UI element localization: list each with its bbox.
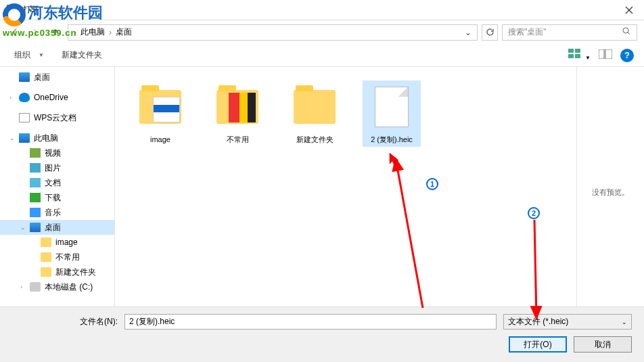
chevron-right-icon: › bbox=[74, 28, 76, 37]
disk-icon bbox=[30, 282, 41, 292]
onedrive-icon bbox=[19, 93, 30, 102]
svg-rect-5 bbox=[599, 49, 604, 59]
sidebar-item-newfolder[interactable]: 新建文件夹 bbox=[0, 265, 114, 279]
desktop-icon bbox=[19, 72, 30, 82]
annotation-marker-1: 1 bbox=[426, 178, 438, 190]
music-icon: ♪ bbox=[30, 208, 41, 217]
chevron-right-icon: › bbox=[109, 28, 112, 37]
dropdown-icon: ▼ bbox=[39, 52, 44, 58]
desktop-icon bbox=[30, 223, 41, 232]
svg-rect-3 bbox=[568, 54, 574, 58]
sidebar-item-video[interactable]: 视频 bbox=[0, 145, 114, 160]
sidebar-item-disk-c[interactable]: ›本地磁盘 (C:) bbox=[0, 279, 114, 294]
folder-icon bbox=[41, 252, 51, 262]
preview-pane: 没有预览。 bbox=[576, 67, 644, 317]
file-icon bbox=[375, 87, 409, 127]
file-item-folder[interactable]: 不常用 bbox=[208, 81, 267, 147]
toolbar: 组织 ▼ 新建文件夹 ▼ ? bbox=[0, 44, 644, 67]
svg-rect-6 bbox=[605, 49, 612, 59]
file-item-heic[interactable]: 2 (复制).heic bbox=[363, 81, 421, 147]
file-label: 新建文件夹 bbox=[296, 135, 334, 144]
folder-icon bbox=[41, 237, 51, 247]
file-grid[interactable]: image 不常用 新建文件夹 2 (复制).heic bbox=[115, 67, 576, 317]
open-button[interactable]: 打开(O) bbox=[509, 336, 567, 353]
pc-icon bbox=[19, 133, 30, 143]
svg-rect-4 bbox=[575, 54, 580, 58]
refresh-button[interactable] bbox=[482, 24, 498, 41]
sidebar-item-downloads[interactable]: 下载 bbox=[0, 190, 114, 205]
chevron-down-icon: ⌄ bbox=[9, 135, 15, 141]
annotation-marker-2: 2 bbox=[528, 207, 540, 219]
documents-icon bbox=[30, 178, 41, 187]
address-bar[interactable]: › 此电脑 › 桌面 ⌄ bbox=[68, 24, 478, 41]
sidebar-item-pictures[interactable]: 图片 bbox=[0, 160, 114, 175]
search-input[interactable]: 搜索"桌面" bbox=[502, 24, 637, 41]
forward-button[interactable] bbox=[27, 24, 43, 41]
sidebar-item-wps[interactable]: WPS云文档 bbox=[0, 110, 114, 125]
sidebar-item-onedrive[interactable]: ›OneDrive bbox=[0, 90, 114, 105]
dialog-footer: 文件名(N): 文本文件 (*.heic) ⌄ 打开(O) 取消 bbox=[0, 307, 644, 362]
download-icon bbox=[30, 193, 41, 202]
organize-menu[interactable]: 组织 bbox=[10, 47, 34, 64]
sidebar-item-pc[interactable]: ⌄此电脑 bbox=[0, 131, 114, 145]
title-bar: 打开 bbox=[0, 0, 644, 20]
chevron-right-icon: › bbox=[20, 284, 22, 290]
folder-icon bbox=[41, 267, 51, 277]
filename-input[interactable] bbox=[124, 314, 497, 330]
file-label: 不常用 bbox=[227, 135, 249, 144]
sidebar-item-documents[interactable]: 文档 bbox=[0, 175, 114, 190]
search-icon bbox=[622, 27, 631, 38]
sidebar-item-unused[interactable]: 不常用 bbox=[0, 250, 114, 265]
window-title: 打开 bbox=[23, 4, 39, 16]
sidebar-item-music[interactable]: ♪音乐 bbox=[0, 205, 114, 220]
chevron-down-icon: ⌄ bbox=[622, 319, 627, 325]
up-button[interactable] bbox=[47, 24, 64, 41]
file-item-folder[interactable]: image bbox=[131, 81, 189, 147]
app-icon bbox=[7, 5, 18, 16]
breadcrumb-desktop[interactable]: 桌面 bbox=[116, 26, 132, 38]
folder-icon bbox=[216, 90, 258, 124]
close-icon bbox=[625, 6, 633, 14]
view-icons-button[interactable]: ▼ bbox=[568, 49, 591, 62]
new-folder-button[interactable]: 新建文件夹 bbox=[58, 47, 106, 64]
folder-icon bbox=[294, 90, 336, 124]
file-label: image bbox=[150, 135, 170, 144]
cursor-icon bbox=[389, 152, 401, 167]
svg-rect-2 bbox=[575, 49, 580, 53]
pictures-icon bbox=[30, 163, 41, 173]
folder-icon bbox=[139, 90, 181, 124]
file-item-folder[interactable]: 新建文件夹 bbox=[285, 81, 344, 147]
sidebar-item-desktop-2[interactable]: ⌄桌面 bbox=[0, 220, 114, 235]
search-placeholder: 搜索"桌面" bbox=[508, 26, 547, 38]
sidebar-item-desktop[interactable]: 桌面 bbox=[0, 70, 114, 85]
svg-rect-1 bbox=[568, 49, 574, 53]
filetype-select[interactable]: 文本文件 (*.heic) ⌄ bbox=[503, 314, 632, 330]
file-label: 2 (复制).heic bbox=[371, 135, 413, 144]
help-button[interactable]: ? bbox=[620, 49, 634, 62]
chevron-down-icon[interactable]: ⌄ bbox=[465, 28, 472, 37]
preview-pane-button[interactable] bbox=[599, 49, 612, 61]
chevron-right-icon: › bbox=[9, 94, 12, 101]
chevron-down-icon: ⌄ bbox=[20, 224, 26, 231]
svg-point-0 bbox=[623, 28, 628, 33]
document-icon bbox=[19, 113, 30, 122]
back-button[interactable] bbox=[7, 24, 23, 41]
nav-bar: › 此电脑 › 桌面 ⌄ 搜索"桌面" bbox=[0, 20, 644, 44]
no-preview-text: 没有预览。 bbox=[592, 187, 629, 198]
sidebar-item-image[interactable]: image bbox=[0, 235, 114, 250]
filename-label: 文件名(N): bbox=[80, 316, 118, 327]
cancel-button[interactable]: 取消 bbox=[574, 336, 632, 353]
sidebar-tree[interactable]: 桌面 ›OneDrive WPS云文档 ⌄此电脑 视频 图片 文档 下载 ♪音乐… bbox=[0, 67, 115, 317]
breadcrumb-pc[interactable]: 此电脑 bbox=[80, 26, 105, 38]
close-button[interactable] bbox=[614, 0, 644, 20]
video-icon bbox=[30, 148, 41, 158]
